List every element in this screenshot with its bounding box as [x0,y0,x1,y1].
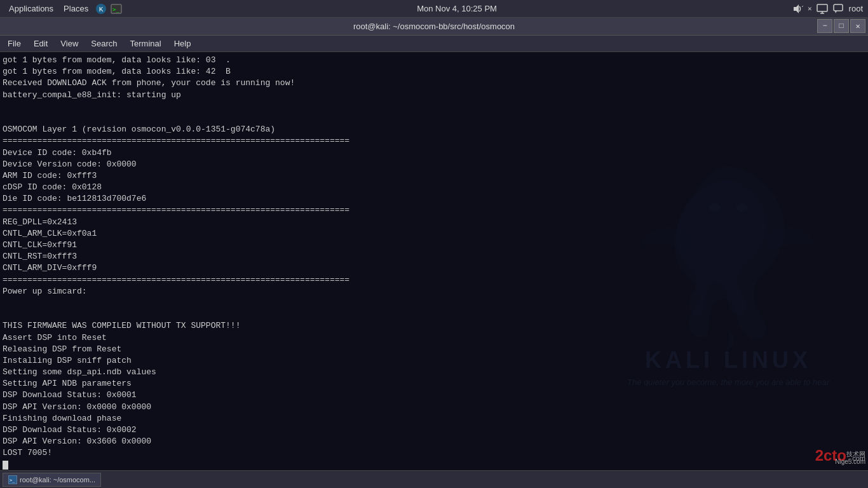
maximize-button[interactable]: □ [834,19,849,33]
menu-bar: File Edit View Search Terminal Help [0,36,868,52]
window-title: root@kali: ~/osmocom-bb/src/host/osmocon [353,22,515,31]
minimize-button[interactable]: − [817,19,832,33]
system-bar-left: Applications Places K >_ [5,3,123,15]
terminal-cursor [3,461,8,470]
svg-text:>_: >_ [10,478,15,483]
window-controls: − □ ✕ [817,19,865,33]
svg-text:>_: >_ [112,6,119,13]
taskbar-item-label: root@kali: ~/osmocom... [20,476,95,484]
terminal-icon: >_ [110,3,123,15]
menu-terminal[interactable]: Terminal [125,37,166,50]
svg-text:K: K [99,6,104,13]
terminal-window: root@kali: ~/osmocom-bb/src/host/osmocon… [0,18,868,488]
taskbar: >_ root@kali: ~/osmocom... [0,470,868,488]
menu-edit[interactable]: Edit [29,37,53,50]
username: root [849,4,863,13]
svg-line-5 [802,6,803,7]
menu-view[interactable]: View [55,37,83,50]
close-button[interactable]: ✕ [850,19,865,33]
svg-marker-11 [835,11,837,13]
system-bar: Applications Places K >_ Mon Nov 4, 10:2… [0,0,868,18]
terminal-content[interactable]: KALI LINUX The quieter you become, the m… [0,52,868,488]
menu-file[interactable]: File [3,37,26,50]
terminal-output: got 1 bytes from modem, data looks like:… [3,55,865,471]
svg-marker-4 [794,4,799,13]
volume-x: ✕ [808,4,812,13]
message-icon[interactable] [832,3,845,15]
kali-icon: K [95,3,107,15]
taskbar-terminal-item[interactable]: >_ root@kali: ~/osmocom... [3,473,101,487]
places-menu[interactable]: Places [60,3,92,15]
taskbar-terminal-icon: >_ [8,475,17,484]
datetime: Mon Nov 4, 10:25 PM [417,4,497,13]
title-bar: root@kali: ~/osmocom-bb/src/host/osmocon… [0,18,868,36]
svg-rect-10 [834,4,843,11]
applications-menu[interactable]: Applications [5,3,57,15]
menu-help[interactable]: Help [169,37,196,50]
volume-icon[interactable] [791,3,804,15]
svg-rect-7 [817,4,827,11]
system-tray: ✕ root [791,3,863,15]
display-icon[interactable] [816,3,829,15]
watermark-sub: 技术网 Nige5.com [835,451,865,466]
menu-search[interactable]: Search [86,37,122,50]
